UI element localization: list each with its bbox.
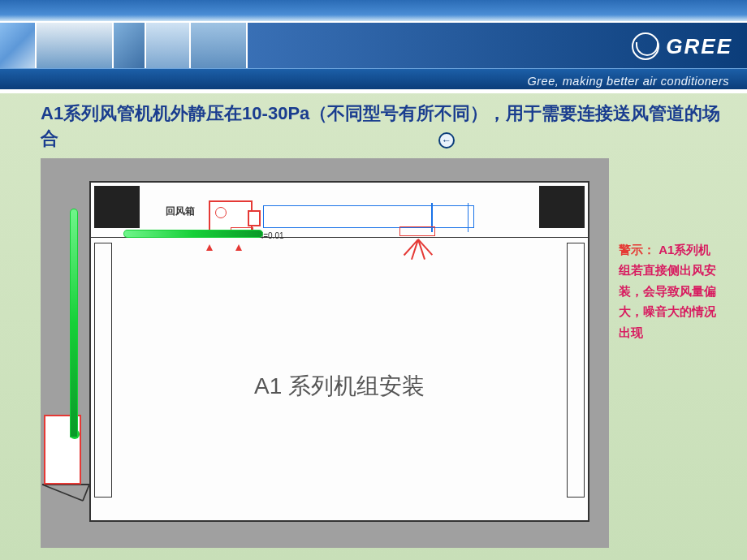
header-thumb: [114, 23, 146, 68]
refrigerant-pipe-icon: [123, 230, 263, 238]
refrigerant-pipe-icon: [70, 209, 78, 437]
installation-diagram: 回风箱 i=0.01 A1 系列机组安装: [41, 158, 609, 548]
diagram-title: A1 系列机组安装: [91, 371, 588, 402]
column-icon: [94, 243, 112, 498]
hatch-icon: [94, 186, 140, 228]
warning-panel: 警示： A1系列机组若直接侧出风安装，会导致风量偏大，噪音大的情况出现: [619, 158, 716, 343]
supply-diffuser-icon: [399, 226, 435, 236]
page-heading: A1系列风管机机外静压在10-30Pa（不同型号有所不同），用于需要连接送风管道…: [41, 101, 731, 152]
header-sky-strip: [0, 0, 747, 21]
drain-slope-label: i=0.01: [261, 231, 284, 240]
airflow-rays-icon: [385, 239, 450, 262]
header-thumb: [37, 23, 114, 68]
return-box-label: 回风箱: [166, 205, 195, 218]
header-thumb: [146, 23, 191, 68]
header-thumb: [191, 23, 248, 68]
column-icon: [567, 243, 585, 498]
gree-logo-icon: [632, 32, 659, 60]
header-thumb: [0, 23, 37, 68]
hatch-icon: [539, 186, 585, 228]
arrow-up-icon: [206, 244, 213, 251]
diagram-row: 回风箱 i=0.01 A1 系列机组安装 警示：: [41, 158, 731, 548]
warning-body: A1系列机组若直接侧出风安装，会导致风量偏大，噪音大的情况出现: [619, 243, 716, 339]
brand-name: GREE: [666, 34, 732, 59]
tagline-bar: ← Gree, making better air conditioners: [0, 68, 747, 89]
brand-logo: GREE: [632, 32, 732, 60]
warning-title: 警示：: [619, 243, 655, 256]
brand-tagline: Gree, making better air conditioners: [528, 75, 730, 88]
mounting-bracket-icon: [41, 483, 91, 502]
arrow-up-icon: [235, 244, 242, 251]
indoor-unit-icon: [263, 205, 474, 228]
room-outline: 回风箱 i=0.01 A1 系列机组安装: [89, 181, 589, 522]
brand-header: GREE ← Gree, making better air condition…: [0, 0, 747, 93]
content-area: A1系列风管机机外静压在10-30Pa（不同型号有所不同），用于需要连接送风管道…: [41, 101, 731, 548]
